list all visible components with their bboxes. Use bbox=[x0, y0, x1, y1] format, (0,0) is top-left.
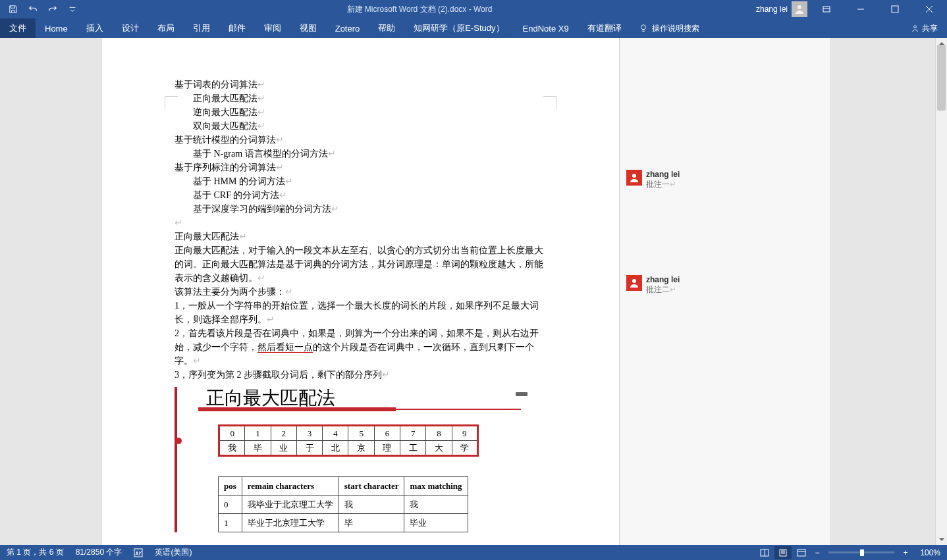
doc-line: 基于 CRF 的分词方法↵ bbox=[175, 188, 547, 202]
share-button[interactable]: 共享 bbox=[902, 18, 947, 38]
minimize-button[interactable] bbox=[846, 0, 876, 18]
print-layout-button[interactable] bbox=[774, 546, 792, 559]
zoom-slider-thumb[interactable] bbox=[860, 549, 864, 556]
tab-youdao[interactable]: 有道翻译 bbox=[578, 18, 631, 38]
svg-point-4 bbox=[914, 25, 917, 28]
red-dot-icon bbox=[175, 438, 182, 444]
doc-line: 逆向最大匹配法↵ bbox=[175, 105, 547, 119]
scroll-down-button[interactable] bbox=[936, 534, 947, 545]
title-right: zhang lei bbox=[753, 0, 947, 18]
workspace: 基于词表的分词算法↵ 正向最大匹配法↵ 逆向最大匹配法↵ 双向最大匹配法↵ 基于… bbox=[0, 38, 947, 545]
share-icon bbox=[911, 24, 919, 33]
svg-point-5 bbox=[632, 174, 636, 178]
qat-customize-icon[interactable] bbox=[65, 1, 80, 17]
tab-help[interactable]: 帮助 bbox=[369, 18, 404, 38]
comment-body: zhang lei 批注二↵ bbox=[646, 275, 680, 295]
page-indicator[interactable]: 第 1 页，共 6 页 bbox=[7, 547, 64, 558]
figure-title: 正向最大匹配法 bbox=[180, 387, 530, 407]
margin-corner-tl bbox=[165, 96, 178, 109]
svg-rect-10 bbox=[798, 549, 805, 556]
title-bar: 新建 Microsoft Word 文档 (2).docx - Word zha… bbox=[0, 0, 947, 18]
svg-point-3 bbox=[641, 25, 645, 30]
doc-line: 基于词表的分词算法↵ bbox=[175, 78, 547, 91]
redo-button[interactable] bbox=[45, 1, 61, 17]
svg-rect-2 bbox=[892, 6, 898, 13]
comment-text: 批注二↵ bbox=[646, 284, 680, 295]
doc-line: 正向最大匹配法↵ bbox=[175, 91, 547, 105]
language-indicator[interactable]: 英语(美国) bbox=[155, 547, 192, 558]
figure-box[interactable]: 正向最大匹配法 0123456789 我毕业于北京理工大学 bbox=[175, 387, 530, 532]
doc-line: 基于 HMM 的分词方法↵ bbox=[175, 174, 547, 188]
figure-trace-table: posremain charactersstart charactermax m… bbox=[218, 476, 468, 532]
tab-design[interactable]: 设计 bbox=[113, 18, 148, 38]
tell-me-search[interactable]: 操作说明搜索 bbox=[631, 18, 707, 38]
user-name: zhang lei bbox=[756, 5, 788, 14]
tab-review[interactable]: 审阅 bbox=[255, 18, 290, 38]
doc-line: 双向最大匹配法↵ bbox=[175, 119, 547, 133]
scroll-thumb[interactable] bbox=[937, 45, 946, 111]
svg-point-0 bbox=[798, 5, 801, 9]
tab-home[interactable]: Home bbox=[36, 18, 77, 38]
doc-line: 基于统计模型的分词算法↵ bbox=[175, 133, 547, 147]
tab-endnote[interactable]: EndNote X9 bbox=[514, 18, 578, 38]
zoom-slider[interactable] bbox=[828, 551, 894, 553]
comment-pane: zhang lei 批注一↵ zhang lei 批注二↵ bbox=[619, 38, 830, 545]
word-count[interactable]: 81/2850 个字 bbox=[76, 547, 122, 558]
ribbon-display-options-button[interactable] bbox=[811, 0, 842, 18]
share-label: 共享 bbox=[922, 23, 938, 34]
doc-line: 基于 N-gram 语言模型的分词方法↵ bbox=[175, 147, 547, 161]
document-title: 新建 Microsoft Word 文档 (2).docx - Word bbox=[86, 4, 753, 15]
document-scroll-area[interactable]: 基于词表的分词算法↵ 正向最大匹配法↵ 逆向最大匹配法↵ 双向最大匹配法↵ 基于… bbox=[0, 38, 947, 545]
margin-corner-tr bbox=[543, 96, 556, 109]
svg-rect-1 bbox=[823, 7, 830, 12]
comment-text: 批注一↵ bbox=[646, 179, 680, 190]
close-button[interactable] bbox=[914, 0, 944, 18]
doc-paragraph: 2，首先看该片段是否在词典中，如果是，则算为一个分出来的词，如果不是，则从右边开… bbox=[175, 326, 547, 368]
tab-layout[interactable]: 布局 bbox=[148, 18, 184, 38]
doc-paragraph: 正向最大匹配法，对于输入的一段文本从左至右、以贪心的方式切分出当前位置上长度最大… bbox=[175, 243, 547, 285]
comment-author: zhang lei bbox=[646, 275, 680, 284]
vertical-scrollbar[interactable] bbox=[935, 38, 947, 545]
tab-cnki[interactable]: 知网研学（原E-Study） bbox=[404, 18, 513, 38]
doc-paragraph: 该算法主要分为两个步骤：↵ bbox=[175, 285, 547, 299]
zoom-out-button[interactable]: − bbox=[811, 548, 823, 557]
comment[interactable]: zhang lei 批注一↵ bbox=[626, 170, 680, 190]
tab-zotero[interactable]: Zotero bbox=[326, 18, 369, 38]
comment-avatar-icon bbox=[626, 275, 642, 291]
doc-heading: 正向最大匹配法↵ bbox=[175, 230, 547, 243]
status-bar: 第 1 页，共 6 页 81/2850 个字 英语(美国) − + 100% bbox=[0, 545, 947, 560]
svg-rect-7 bbox=[134, 549, 142, 557]
figure-index-grid: 0123456789 我毕业于北京理工大学 bbox=[218, 424, 479, 457]
quick-access-toolbar bbox=[0, 1, 86, 17]
page: 基于词表的分词算法↵ 正向最大匹配法↵ 逆向最大匹配法↵ 双向最大匹配法↵ 基于… bbox=[102, 38, 619, 545]
doc-blank-line: ↵ bbox=[175, 216, 547, 230]
user-avatar[interactable] bbox=[792, 1, 807, 17]
figure-divider-thin bbox=[396, 409, 521, 410]
tab-view[interactable]: 视图 bbox=[290, 18, 326, 38]
undo-button[interactable] bbox=[25, 1, 41, 17]
tab-file[interactable]: 文件 bbox=[0, 18, 36, 38]
maximize-button[interactable] bbox=[880, 0, 910, 18]
read-mode-button[interactable] bbox=[756, 546, 773, 559]
tab-references[interactable]: 引用 bbox=[184, 18, 219, 38]
doc-line: 基于序列标注的分词算法↵ bbox=[175, 161, 547, 174]
image-handle-icon bbox=[516, 392, 528, 396]
lightbulb-icon bbox=[639, 24, 648, 33]
zoom-value[interactable]: 100% bbox=[913, 548, 940, 557]
spellcheck-icon bbox=[134, 548, 143, 557]
ribbon-tabs: 文件 Home 插入 设计 布局 引用 邮件 审阅 视图 Zotero 帮助 知… bbox=[0, 18, 947, 38]
svg-point-6 bbox=[632, 279, 636, 283]
save-button[interactable] bbox=[5, 1, 21, 17]
tab-mailings[interactable]: 邮件 bbox=[219, 18, 255, 38]
comment-body: zhang lei 批注一↵ bbox=[646, 170, 680, 190]
tell-me-label: 操作说明搜索 bbox=[652, 23, 699, 34]
table-row: 0我毕业于北京理工大学我我 bbox=[219, 496, 468, 514]
comment[interactable]: zhang lei 批注二↵ bbox=[626, 275, 680, 295]
spellcheck-button[interactable] bbox=[134, 548, 143, 557]
tab-insert[interactable]: 插入 bbox=[77, 18, 113, 38]
web-layout-button[interactable] bbox=[793, 546, 810, 559]
comment-author: zhang lei bbox=[646, 170, 680, 179]
doc-line: 基于深度学习的端到端的分词方法↵ bbox=[175, 202, 547, 216]
zoom-in-button[interactable]: + bbox=[900, 548, 911, 557]
doc-paragraph: 1，一般从一个字符串的开始位置，选择一个最大长度的词长的片段，如果序列不足最大词… bbox=[175, 299, 547, 326]
